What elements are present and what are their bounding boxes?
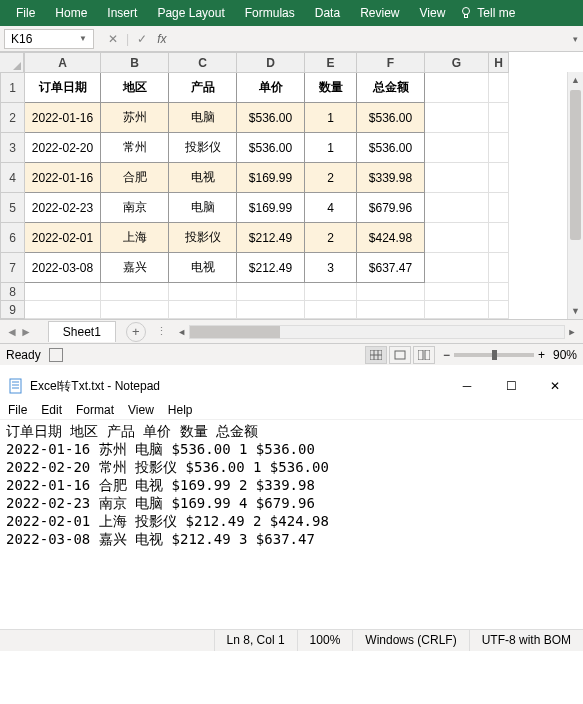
- cell[interactable]: $339.98: [357, 163, 425, 193]
- cell[interactable]: 南京: [101, 193, 169, 223]
- cell[interactable]: [489, 223, 509, 253]
- column-header[interactable]: H: [489, 53, 509, 73]
- cell[interactable]: [489, 73, 509, 103]
- sheet-next-icon[interactable]: ►: [20, 325, 32, 339]
- row-header[interactable]: 3: [1, 133, 25, 163]
- row-header[interactable]: 6: [1, 223, 25, 253]
- close-button[interactable]: ✕: [535, 374, 575, 398]
- cell[interactable]: 2: [305, 163, 357, 193]
- cell[interactable]: [425, 301, 489, 319]
- minimize-button[interactable]: ─: [447, 374, 487, 398]
- menu-edit[interactable]: Edit: [41, 403, 62, 417]
- cell[interactable]: 电视: [169, 163, 237, 193]
- cell[interactable]: $679.96: [357, 193, 425, 223]
- enter-icon[interactable]: ✓: [137, 32, 147, 46]
- cell[interactable]: 1: [305, 133, 357, 163]
- cell[interactable]: [425, 163, 489, 193]
- cell[interactable]: 订单日期: [25, 73, 101, 103]
- cell[interactable]: [305, 283, 357, 301]
- cell[interactable]: 投影仪: [169, 223, 237, 253]
- cell[interactable]: 1: [305, 103, 357, 133]
- cell[interactable]: [425, 103, 489, 133]
- cell[interactable]: [425, 73, 489, 103]
- column-header[interactable]: E: [305, 53, 357, 73]
- cell[interactable]: 4: [305, 193, 357, 223]
- ribbon-tab-file[interactable]: File: [6, 0, 45, 26]
- cell[interactable]: [489, 253, 509, 283]
- column-header[interactable]: D: [237, 53, 305, 73]
- cell[interactable]: [425, 193, 489, 223]
- formula-input[interactable]: [172, 29, 567, 49]
- cell[interactable]: $536.00: [237, 103, 305, 133]
- cell[interactable]: [425, 223, 489, 253]
- page-break-view-button[interactable]: [413, 346, 435, 364]
- fx-icon[interactable]: fx: [157, 32, 166, 46]
- scroll-down-icon[interactable]: ▼: [568, 303, 583, 319]
- dropdown-icon[interactable]: ▼: [79, 34, 87, 43]
- normal-view-button[interactable]: [365, 346, 387, 364]
- row-header[interactable]: 9: [1, 301, 25, 319]
- cell[interactable]: 2022-02-23: [25, 193, 101, 223]
- zoom-thumb[interactable]: [492, 350, 497, 360]
- zoom-out-button[interactable]: −: [443, 348, 450, 362]
- zoom-in-button[interactable]: +: [538, 348, 545, 362]
- column-header[interactable]: A: [25, 53, 101, 73]
- cell[interactable]: [489, 103, 509, 133]
- ribbon-tab-view[interactable]: View: [410, 0, 456, 26]
- cell[interactable]: $212.49: [237, 223, 305, 253]
- cell[interactable]: 数量: [305, 73, 357, 103]
- cell[interactable]: [169, 283, 237, 301]
- cell[interactable]: 总金额: [357, 73, 425, 103]
- cell[interactable]: 电脑: [169, 193, 237, 223]
- cell[interactable]: 2: [305, 223, 357, 253]
- cell[interactable]: 2022-01-16: [25, 103, 101, 133]
- menu-help[interactable]: Help: [168, 403, 193, 417]
- cell[interactable]: [489, 163, 509, 193]
- page-layout-view-button[interactable]: [389, 346, 411, 364]
- scroll-up-icon[interactable]: ▲: [568, 72, 583, 88]
- cell[interactable]: [489, 193, 509, 223]
- cell[interactable]: 电脑: [169, 103, 237, 133]
- cell[interactable]: 地区: [101, 73, 169, 103]
- cell[interactable]: [357, 301, 425, 319]
- notepad-zoom[interactable]: 100%: [297, 630, 353, 651]
- cell[interactable]: 电视: [169, 253, 237, 283]
- select-all-corner[interactable]: [1, 53, 25, 73]
- cell[interactable]: [489, 283, 509, 301]
- cell[interactable]: 苏州: [101, 103, 169, 133]
- cell[interactable]: $424.98: [357, 223, 425, 253]
- cancel-icon[interactable]: ✕: [108, 32, 118, 46]
- row-header[interactable]: 7: [1, 253, 25, 283]
- cell[interactable]: $637.47: [357, 253, 425, 283]
- cell[interactable]: $169.99: [237, 193, 305, 223]
- cell[interactable]: [357, 283, 425, 301]
- cell[interactable]: 3: [305, 253, 357, 283]
- name-box[interactable]: K16 ▼: [4, 29, 94, 49]
- cell[interactable]: 嘉兴: [101, 253, 169, 283]
- cell[interactable]: $536.00: [357, 133, 425, 163]
- menu-view[interactable]: View: [128, 403, 154, 417]
- row-header[interactable]: 5: [1, 193, 25, 223]
- expand-formula-bar-icon[interactable]: ▾: [567, 34, 583, 44]
- cell[interactable]: 上海: [101, 223, 169, 253]
- cell[interactable]: 合肥: [101, 163, 169, 193]
- cell[interactable]: 投影仪: [169, 133, 237, 163]
- ribbon-tab-insert[interactable]: Insert: [97, 0, 147, 26]
- row-header[interactable]: 4: [1, 163, 25, 193]
- notepad-titlebar[interactable]: Excel转Txt.txt - Notepad ─ ☐ ✕: [0, 371, 583, 401]
- ribbon-tab-review[interactable]: Review: [350, 0, 409, 26]
- cell[interactable]: $169.99: [237, 163, 305, 193]
- cell[interactable]: 2022-02-20: [25, 133, 101, 163]
- sheet-prev-icon[interactable]: ◄: [6, 325, 18, 339]
- hscroll-thumb[interactable]: [190, 326, 280, 338]
- cell[interactable]: $536.00: [357, 103, 425, 133]
- cell[interactable]: [101, 283, 169, 301]
- row-header[interactable]: 8: [1, 283, 25, 301]
- add-sheet-button[interactable]: +: [126, 322, 146, 342]
- scroll-thumb[interactable]: [570, 90, 581, 240]
- menu-format[interactable]: Format: [76, 403, 114, 417]
- hscroll-track[interactable]: [189, 325, 565, 339]
- column-header[interactable]: B: [101, 53, 169, 73]
- scroll-left-icon[interactable]: ◄: [175, 327, 189, 337]
- scroll-right-icon[interactable]: ►: [565, 327, 579, 337]
